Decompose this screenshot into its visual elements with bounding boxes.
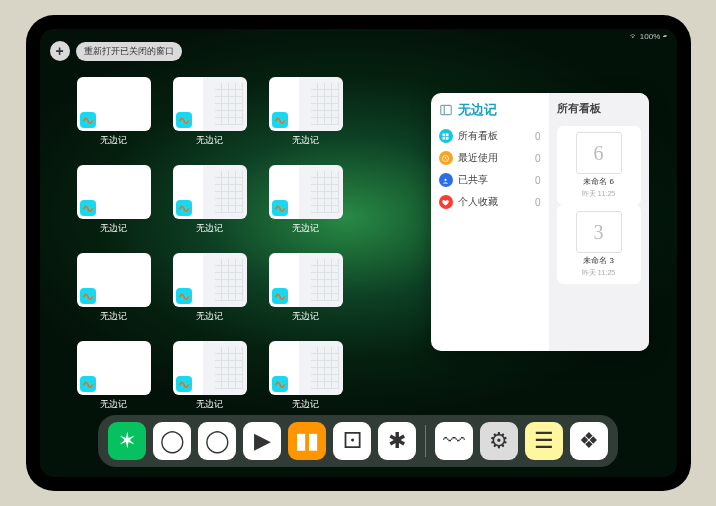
sidebar-item-count: 0: [535, 175, 541, 186]
dock-app-play[interactable]: ▶: [243, 422, 281, 460]
dock-separator: [425, 425, 426, 457]
svg-rect-2: [443, 133, 446, 136]
board-card[interactable]: 3未命名 3昨天 11:25: [557, 205, 641, 284]
board-preview: 6: [576, 132, 622, 174]
window-preview: [269, 77, 343, 131]
window-thumbnail[interactable]: 无边记: [76, 253, 152, 335]
freeform-app-icon: [176, 288, 192, 304]
reopen-closed-window-button[interactable]: 重新打开已关闭的窗口: [76, 42, 182, 61]
window-label: 无边记: [292, 134, 319, 147]
window-preview: [77, 165, 151, 219]
freeform-app-icon: [80, 288, 96, 304]
sidebar-item-label: 个人收藏: [458, 195, 498, 209]
dock-app-books[interactable]: ▮▮: [288, 422, 326, 460]
dock-app-wechat[interactable]: ✶: [108, 422, 146, 460]
window-label: 无边记: [196, 222, 223, 235]
board-name: 未命名 3: [583, 255, 614, 266]
board-subtitle: 昨天 11:25: [582, 189, 615, 199]
sidebar-item-clock[interactable]: 最近使用0: [439, 147, 541, 169]
board-name: 未命名 6: [583, 176, 614, 187]
freeform-app-icon: [176, 200, 192, 216]
window-label: 无边记: [196, 134, 223, 147]
freeform-app-icon: [176, 376, 192, 392]
dock-app-dice[interactable]: ⚀: [333, 422, 371, 460]
svg-rect-0: [440, 105, 451, 114]
panel-sidebar: 无边记 所有看板0最近使用0已共享0个人收藏0: [431, 93, 549, 351]
freeform-app-icon: [80, 376, 96, 392]
ipad-frame: ᯤ 100% ▰ + 重新打开已关闭的窗口 无边记无边记无边记无边记无边记无边记…: [26, 15, 691, 491]
dock: ✶◯◯▶▮▮⚀✱ 〰⚙☰❖: [98, 415, 618, 467]
freeform-app-icon: [80, 200, 96, 216]
sidebar-item-label: 所有看板: [458, 129, 498, 143]
sidebar-item-label: 已共享: [458, 173, 488, 187]
board-subtitle: 昨天 11:25: [582, 268, 615, 278]
ipad-screen: ᯤ 100% ▰ + 重新打开已关闭的窗口 无边记无边记无边记无边记无边记无边记…: [40, 29, 677, 477]
window-preview: [173, 77, 247, 131]
window-label: 无边记: [196, 398, 223, 411]
window-thumbnail[interactable]: 无边记: [268, 341, 344, 423]
freeform-app-icon: [80, 112, 96, 128]
panel-right-title: 所有看板: [557, 101, 641, 116]
window-label: 无边记: [100, 222, 127, 235]
window-thumbnail[interactable]: 无边记: [172, 253, 248, 335]
panel-title: 无边记: [458, 101, 497, 119]
sidebar-icon: [439, 103, 453, 117]
window-label: 无边记: [196, 310, 223, 323]
window-preview: [77, 253, 151, 307]
svg-rect-5: [446, 136, 449, 139]
status-bar: ᯤ 100% ▰: [630, 32, 667, 41]
board-card[interactable]: 6未命名 6昨天 11:25: [557, 126, 641, 205]
new-window-button[interactable]: +: [50, 41, 70, 61]
svg-rect-3: [446, 133, 449, 136]
dock-app-node[interactable]: ✱: [378, 422, 416, 460]
sidebar-item-share[interactable]: 已共享0: [439, 169, 541, 191]
dock-app-quark2[interactable]: ◯: [198, 422, 236, 460]
dock-app-folder[interactable]: ❖: [570, 422, 608, 460]
grid-icon: [439, 129, 453, 143]
window-preview: [269, 341, 343, 395]
sidebar-item-count: 0: [535, 197, 541, 208]
clock-icon: [439, 151, 453, 165]
freeform-app-icon: [272, 376, 288, 392]
window-thumbnail[interactable]: 无边记: [268, 77, 344, 159]
window-preview: [173, 341, 247, 395]
window-preview: [77, 341, 151, 395]
dock-app-quark1[interactable]: ◯: [153, 422, 191, 460]
window-label: 无边记: [100, 134, 127, 147]
window-preview: [173, 253, 247, 307]
window-thumbnail[interactable]: 无边记: [172, 165, 248, 247]
top-bar: + 重新打开已关闭的窗口: [50, 41, 182, 61]
freeform-app-icon: [176, 112, 192, 128]
panel-content: 所有看板 6未命名 6昨天 11:253未命名 3昨天 11:25: [549, 93, 649, 351]
dock-app-notes[interactable]: ☰: [525, 422, 563, 460]
freeform-app-icon: [272, 288, 288, 304]
window-preview: [77, 77, 151, 131]
window-label: 无边记: [292, 310, 319, 323]
window-preview: [173, 165, 247, 219]
window-thumbnail[interactable]: 无边记: [76, 165, 152, 247]
window-thumbnail[interactable]: 无边记: [268, 253, 344, 335]
window-thumbnail[interactable]: 无边记: [76, 341, 152, 423]
window-thumbnail[interactable]: 无边记: [172, 341, 248, 423]
window-label: 无边记: [292, 398, 319, 411]
svg-rect-4: [443, 136, 446, 139]
window-label: 无边记: [100, 310, 127, 323]
share-icon: [439, 173, 453, 187]
freeform-app-icon: [272, 112, 288, 128]
dock-app-freeform[interactable]: 〰: [435, 422, 473, 460]
sidebar-item-count: 0: [535, 153, 541, 164]
window-label: 无边记: [100, 398, 127, 411]
heart-icon: [439, 195, 453, 209]
sidebar-item-grid[interactable]: 所有看板0: [439, 125, 541, 147]
expose-grid: 无边记无边记无边记无边记无边记无边记无边记无边记无边记无边记无边记无边记: [76, 77, 440, 423]
sidebar-item-label: 最近使用: [458, 151, 498, 165]
board-preview: 3: [576, 211, 622, 253]
window-thumbnail[interactable]: 无边记: [76, 77, 152, 159]
window-preview: [269, 165, 343, 219]
window-label: 无边记: [292, 222, 319, 235]
sidebar-item-heart[interactable]: 个人收藏0: [439, 191, 541, 213]
window-thumbnail[interactable]: 无边记: [172, 77, 248, 159]
window-thumbnail[interactable]: 无边记: [268, 165, 344, 247]
dock-app-settings[interactable]: ⚙: [480, 422, 518, 460]
freeform-panel[interactable]: … 无边记 所有看板0最近使用0已共享0个人收藏0 所有看板 6未命名 6昨天 …: [431, 93, 649, 351]
